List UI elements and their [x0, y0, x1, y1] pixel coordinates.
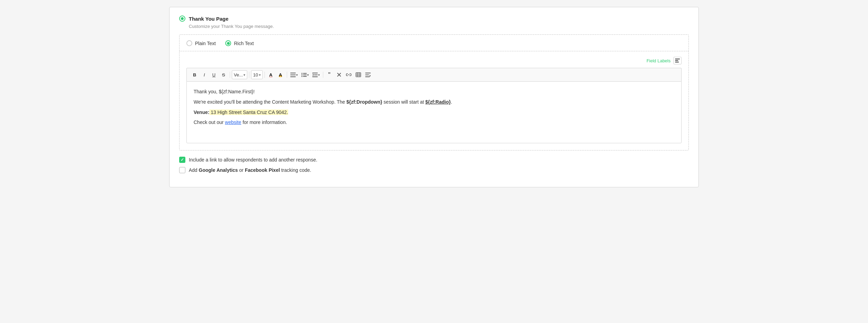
svg-rect-12	[312, 73, 318, 73]
radio-var: ${zf:Radio}	[425, 99, 451, 105]
website-link[interactable]: website	[225, 119, 241, 125]
svg-rect-5	[290, 76, 296, 77]
svg-point-6	[301, 73, 302, 74]
svg-rect-15	[356, 73, 361, 77]
page-subtitle: Customize your Thank You page message.	[189, 24, 689, 29]
page-container: Thank You Page Customize your Thank You …	[169, 7, 699, 187]
field-labels-row: Field Labels	[186, 57, 682, 64]
list-button[interactable]: ▾	[300, 70, 310, 79]
analytics-row: Add Google Analytics or Facebook Pixel t…	[179, 167, 689, 173]
toolbar-divider-1	[230, 72, 230, 78]
font-size-value: 10	[253, 72, 258, 77]
highlight-color-button[interactable]: A	[276, 70, 285, 79]
italic-button[interactable]: I	[200, 70, 209, 79]
page-header: Thank You Page	[179, 15, 689, 22]
rich-text-toolbar: B I U S Ve... ▾ 10 ▾ A A	[186, 68, 682, 81]
blockquote-button[interactable]: "	[325, 70, 334, 79]
rich-text-radio[interactable]	[225, 40, 231, 46]
dropdown-var: ${zf:Dropdown}	[346, 99, 382, 105]
svg-rect-14	[312, 76, 318, 77]
svg-point-10	[301, 76, 302, 77]
field-labels-icon[interactable]	[673, 57, 682, 64]
rich-text-option[interactable]: Rich Text	[225, 40, 253, 46]
align-icon	[290, 73, 296, 77]
line4-pre: Check out our	[194, 119, 225, 125]
bold-button[interactable]: B	[190, 70, 199, 79]
svg-rect-7	[303, 73, 307, 74]
line2-pre: We're excited you'll be attending the Co…	[194, 99, 346, 105]
text-color-button[interactable]: A	[267, 70, 275, 79]
field-labels-link[interactable]: Field Labels	[647, 58, 671, 63]
font-family-value: Ve...	[234, 72, 243, 77]
clear-format-button[interactable]	[335, 70, 344, 79]
svg-rect-11	[303, 76, 307, 77]
toolbar-divider-4	[287, 72, 287, 78]
svg-rect-1	[675, 60, 678, 61]
plain-text-label: Plain Text	[195, 41, 216, 46]
font-size-select[interactable]: 10 ▾	[251, 70, 262, 79]
venue-label: Venue:	[194, 110, 209, 115]
allow-response-row: Include a link to allow respondents to a…	[179, 157, 689, 163]
svg-rect-4	[290, 74, 296, 75]
svg-rect-21	[365, 74, 369, 75]
svg-rect-9	[303, 74, 307, 75]
insert-field-icon	[675, 58, 680, 63]
toolbar-divider-3	[264, 72, 265, 78]
align-chevron: ▾	[296, 73, 298, 77]
editor-panel: Plain Text Rich Text Field Labels	[179, 34, 689, 150]
underline-button[interactable]: U	[209, 70, 218, 79]
toolbar-divider-5	[323, 72, 323, 78]
checkboxes-section: Include a link to allow respondents to a…	[179, 157, 689, 173]
analytics-label: Add Google Analytics or Facebook Pixel t…	[189, 167, 311, 173]
allow-response-label: Include a link to allow respondents to a…	[189, 157, 317, 163]
text-color-a: A	[269, 73, 272, 77]
special-chars-icon	[365, 73, 371, 77]
analytics-checkbox[interactable]	[179, 167, 185, 173]
editor-line-2: We're excited you'll be attending the Co…	[194, 98, 674, 106]
indent-chevron: ▾	[318, 73, 320, 77]
svg-rect-20	[365, 73, 371, 73]
editor-line-4: Check out our website for more informati…	[194, 118, 674, 127]
align-button[interactable]: ▾	[289, 70, 299, 79]
list-icon	[301, 73, 307, 77]
svg-rect-22	[365, 76, 370, 77]
highlight-color-a: A	[279, 73, 282, 77]
strikethrough-button[interactable]: S	[219, 70, 228, 79]
list-chevron: ▾	[307, 73, 309, 77]
line1-text: Thank you, ${zf:Name.First}!	[194, 89, 254, 94]
venue-address: 13 High Street Santa Cruz CA 9042.	[209, 110, 288, 115]
editor-line-1: Thank you, ${zf:Name.First}!	[194, 88, 674, 96]
font-family-chevron: ▾	[243, 73, 245, 77]
svg-rect-3	[290, 73, 296, 73]
page-title: Thank You Page	[189, 16, 228, 22]
editor-line-3: Venue: 13 High Street Santa Cruz CA 9042…	[194, 108, 674, 117]
svg-rect-13	[314, 74, 318, 75]
link-button[interactable]	[344, 70, 353, 79]
editor-section: Field Labels B I U S Ve... ▾	[180, 51, 688, 150]
plain-text-radio[interactable]	[186, 40, 192, 46]
line2-mid: session will start at	[382, 99, 425, 105]
text-mode-tabs: Plain Text Rich Text	[180, 35, 688, 51]
clear-format-icon	[337, 72, 341, 77]
font-size-chevron: ▾	[259, 73, 261, 77]
svg-rect-2	[675, 62, 679, 63]
indent-button[interactable]: ▾	[311, 70, 321, 79]
table-button[interactable]	[354, 70, 363, 79]
svg-point-8	[301, 74, 302, 75]
editor-content-area[interactable]: Thank you, ${zf:Name.First}! We're excit…	[186, 81, 682, 143]
toolbar-divider-2	[249, 72, 249, 78]
rich-text-label: Rich Text	[234, 41, 253, 46]
font-family-select[interactable]: Ve... ▾	[232, 70, 247, 79]
line2-post: .	[451, 99, 452, 105]
link-icon	[346, 73, 351, 76]
indent-icon	[312, 73, 318, 77]
section-active-indicator	[179, 15, 185, 22]
line4-post: for more information.	[241, 119, 287, 125]
svg-rect-0	[675, 59, 680, 60]
table-icon	[356, 72, 361, 77]
special-chars-button[interactable]	[364, 70, 372, 79]
plain-text-option[interactable]: Plain Text	[186, 40, 216, 46]
allow-response-checkbox[interactable]	[179, 157, 185, 163]
